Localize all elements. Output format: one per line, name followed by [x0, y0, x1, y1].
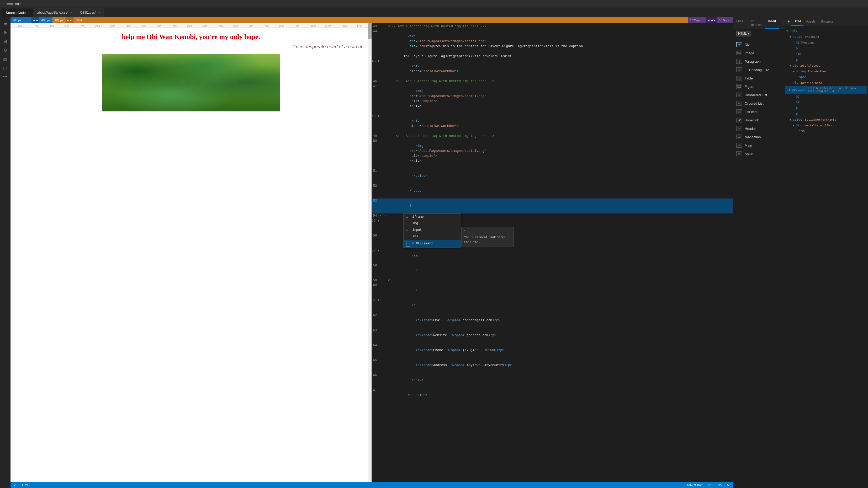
tab-insert[interactable]: Insert — [765, 17, 779, 29]
header-label: Header — [745, 127, 756, 131]
insert-item-image[interactable]: Image — [733, 49, 784, 57]
tab-close-icon[interactable]: × — [28, 11, 29, 14]
dom-node-h2[interactable]: h2 #Heading — [785, 40, 867, 45]
dom-node-p4[interactable]: p — [785, 111, 867, 117]
htmlelement-icon: i — [406, 241, 410, 247]
header-icon: hd — [736, 126, 742, 131]
sidebar-icon-settings[interactable]: ⚙ — [1, 46, 9, 54]
responsive-arrows-right[interactable]: ►► — [66, 17, 73, 23]
insert-item-ol[interactable]: ol Ordered List — [733, 99, 784, 107]
dom-add-button[interactable]: + — [787, 19, 790, 24]
dom-node-social-nav[interactable]: ▼ div .socialNetworkNav — [785, 123, 867, 128]
ol-icon: ol — [736, 101, 742, 106]
dom-panel-tabs: + DOM Assets Snippets — [784, 17, 868, 26]
insert-item-div[interactable]: div Div — [733, 40, 784, 49]
code-line-65: 65 <p><span>Address :</span> Anytown, An… — [372, 358, 733, 373]
sidebar-icon-search[interactable]: ⊕ — [1, 28, 9, 36]
tab-source-code[interactable]: Source Code × — [2, 8, 33, 17]
responsive-480[interactable]: 480 px — [39, 17, 53, 23]
responsive-arrows-both[interactable]: ►◄► — [706, 17, 717, 23]
hyperlink-label: Hyperlink — [745, 118, 759, 122]
code-line-50: 50 <img src="AboutPageAssets/images/soci… — [372, 139, 733, 169]
sidebar-icon-more[interactable]: ••• — [1, 73, 9, 81]
preview-scrollbar-thumb[interactable] — [368, 23, 372, 39]
autocomplete-item-ins[interactable]: i ins — [404, 233, 461, 240]
insert-item-li[interactable]: List Item — [733, 107, 784, 116]
responsive-1024b[interactable]: 1024 px — [717, 17, 733, 23]
autocomplete-item-htmlelement[interactable]: i HTMLElement — [404, 240, 461, 248]
insert-item-header[interactable]: hd Header — [733, 124, 784, 133]
tab-css1[interactable]: CSS1.css* × — [76, 8, 104, 17]
dom-tab-dom[interactable]: DOM — [791, 17, 803, 26]
responsive-481[interactable]: 481 px — [53, 17, 66, 23]
preview-content: help me Obi Wan Kenobi, you're my only h… — [10, 28, 372, 482]
tab-css-designer[interactable]: CSS Designer — [779, 17, 784, 29]
dom-toggle-body[interactable]: ▼ — [786, 30, 789, 33]
dom-node-logo-placeholder[interactable]: ▼ D .logoPlaceholder — [785, 68, 867, 74]
status-position[interactable]: 53:7 — [717, 483, 723, 486]
code-editor[interactable]: 43 <!-- Add a Anchor tag with nested img… — [372, 23, 733, 482]
dom-node-img1[interactable]: img — [785, 51, 867, 57]
table-icon — [736, 76, 742, 80]
preview-subtext: I'm in desperate need of a haircut. — [19, 44, 364, 50]
sidebar-icon-layers[interactable]: ▤ — [1, 55, 9, 63]
dom-node-img2[interactable]: img — [785, 128, 867, 134]
dom-toggle-aside[interactable]: ▼ — [789, 118, 793, 121]
autocomplete-item-iframe[interactable]: i iframe — [404, 214, 461, 220]
tab-about-style[interactable]: aboutPageStyle.css* × — [33, 8, 76, 17]
dom-node-aside[interactable]: ▼ aside .socialNetworkNavBar — [785, 117, 867, 123]
dom-toggle-header[interactable]: ▼ — [789, 35, 793, 38]
dom-node-section[interactable]: ▼ section .profileHeader-help .me .I .ha… — [785, 86, 867, 94]
preview-scrollbar[interactable] — [368, 23, 372, 482]
insert-item-navigation[interactable]: nav Navigation — [733, 133, 784, 141]
status-settings-icon[interactable]: ⚙ — [727, 483, 730, 487]
dom-toggle-profilelogo[interactable]: ▼ — [789, 64, 793, 67]
tab-close-icon[interactable]: × — [70, 11, 72, 14]
insert-item-main[interactable]: mn Main — [733, 141, 784, 150]
code-line-45: 45 ▼ <div class="socialNetworkNav"> — [372, 59, 733, 79]
responsive-285[interactable]: 285 px — [10, 17, 31, 23]
insert-item-table[interactable]: Table — [733, 74, 784, 82]
dom-node-span[interactable]: span — [785, 74, 867, 80]
dom-toggle-section[interactable]: ▼ — [788, 88, 790, 91]
dom-node-profile-photo[interactable]: div .profilePhoto — [785, 80, 867, 86]
dom-tab-assets[interactable]: Assets — [803, 18, 818, 26]
tab-files[interactable]: Files — [733, 17, 746, 29]
dom-toggle-logoplaceholder[interactable]: ▼ — [793, 70, 796, 73]
dom-node-p3[interactable]: p — [785, 105, 867, 111]
html-dropdown[interactable]: HTML ▾ — [736, 31, 751, 36]
dom-toggle-socialnav[interactable]: ▼ — [793, 124, 796, 127]
autocomplete-dropdown[interactable]: i iframe i img i input — [403, 214, 461, 248]
autocomplete-item-img[interactable]: i img — [404, 220, 461, 227]
dom-node-h3[interactable]: h3 — [785, 94, 867, 99]
insert-item-ul[interactable]: ul Unordered List — [733, 91, 784, 99]
dom-node-p2[interactable]: p — [785, 57, 867, 63]
sidebar-icon-extract[interactable]: ◫ — [1, 64, 9, 72]
responsive-arrows-left[interactable]: ◄◄ — [31, 17, 39, 23]
dom-node-profile-logo[interactable]: ▼ div .profileLogo — [785, 63, 867, 68]
status-language[interactable]: HTML — [21, 483, 29, 486]
status-dimensions[interactable]: 1366 x 1024 — [687, 483, 703, 486]
tab-close-icon[interactable]: × — [98, 11, 100, 14]
tab-cc-libraries[interactable]: CC Libraries — [746, 17, 765, 29]
dom-node-header[interactable]: ▼ header #Heading — [785, 34, 867, 40]
insert-item-aside[interactable]: as Aside — [733, 150, 784, 158]
hyperlink-icon: 🔗 — [736, 118, 742, 123]
responsive-1024[interactable]: 1024 px — [73, 17, 688, 23]
responsive-1025[interactable]: 1025 px — [688, 17, 706, 23]
dom-node-body[interactable]: ▼ body — [785, 28, 867, 34]
insert-item-paragraph[interactable]: ¶ Paragraph — [733, 57, 784, 66]
dom-node-p1[interactable]: p — [785, 45, 867, 51]
close-button[interactable]: × — [3, 2, 4, 6]
tooltip-desc: The i element indicates that the... — [464, 235, 511, 245]
insert-item-heading[interactable]: H2 → Heading : H2 — [733, 66, 784, 74]
insert-item-hyperlink[interactable]: 🔗 Hyperlink — [733, 116, 784, 124]
dom-node-hr[interactable]: hr — [785, 99, 867, 105]
status-mode[interactable]: INS — [707, 483, 712, 486]
dom-tab-snippets[interactable]: Snippets — [818, 18, 836, 26]
insert-item-figure[interactable]: Figure — [733, 82, 784, 91]
sidebar-icon-insert[interactable]: ⊞ — [1, 37, 9, 45]
editor-area: 285 px ◄◄ 480 px 481 px ►► 1024 px 1025 … — [10, 17, 733, 488]
sidebar-icon-files[interactable]: ☰ — [1, 20, 9, 27]
autocomplete-item-input[interactable]: i input — [404, 227, 461, 233]
